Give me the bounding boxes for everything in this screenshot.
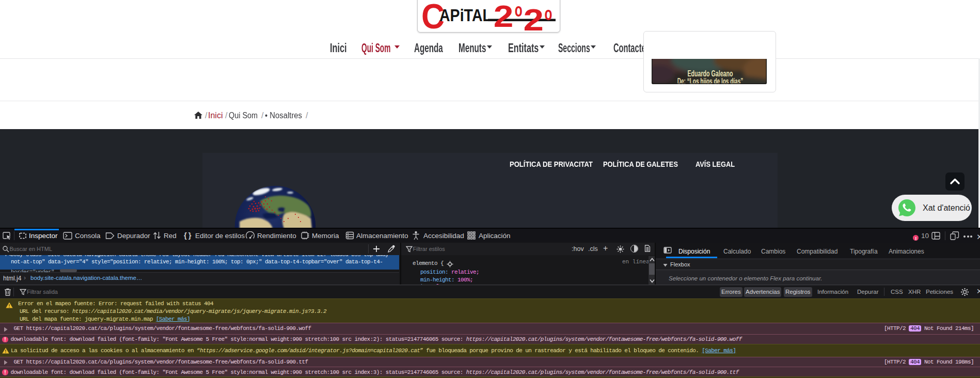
svg-text:De: “Los hijos de los días”: De: “Los hijos de los días” [677, 77, 744, 85]
svg-text:2: 2 [494, 0, 514, 34]
svg-text:o: o [545, 3, 552, 24]
svg-text:2: 2 [523, 3, 544, 34]
svg-text:APiTAL: APiTAL [439, 6, 492, 25]
svg-text:o: o [515, 0, 523, 21]
